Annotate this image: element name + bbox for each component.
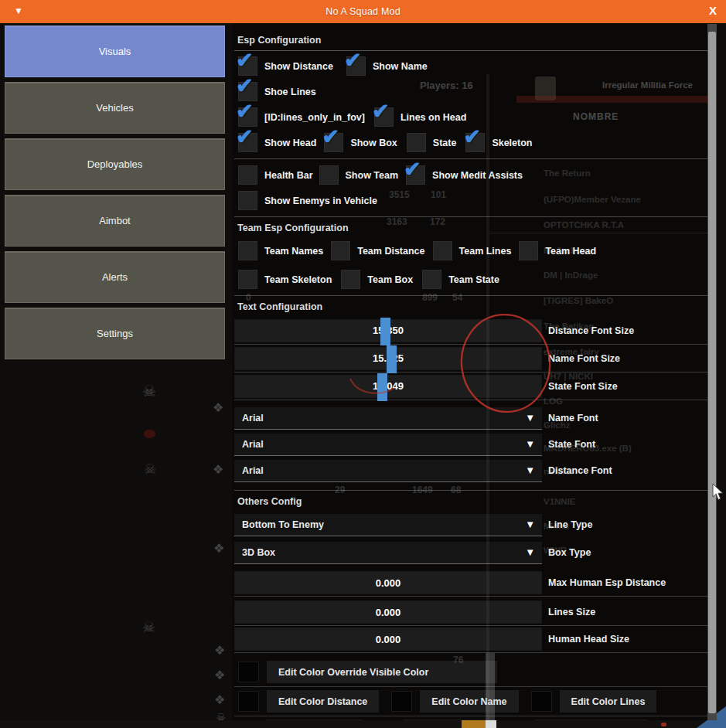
checkbox[interactable]: ✔ — [238, 133, 257, 152]
name-font-size-slider[interactable]: 15.725 — [234, 347, 542, 370]
dropdown-row: Bottom To Enemy ▼ Line Type — [234, 512, 708, 538]
chevron-down-icon[interactable]: ▼ — [525, 519, 535, 529]
color-swatch[interactable] — [391, 691, 412, 712]
slider-handle[interactable] — [377, 373, 387, 401]
checkbox[interactable] — [319, 165, 339, 185]
checkbox-label: Show Team — [346, 170, 399, 181]
checkbox[interactable] — [407, 133, 426, 152]
checkbox-label: State — [433, 138, 457, 148]
checkbox[interactable] — [238, 270, 257, 289]
distance-font-size-slider[interactable]: 15.350 — [234, 319, 542, 342]
box-type-dropdown[interactable]: 3D Box ▼ — [234, 542, 542, 564]
checkbox[interactable]: ✔ — [465, 133, 485, 152]
state-font-size-slider[interactable]: 15.049 — [234, 375, 542, 398]
checkbox[interactable] — [238, 241, 257, 260]
checkbox-item[interactable]: ✔ Show Medit Assists — [406, 165, 523, 185]
sidebar-item-visuals[interactable]: Visuals — [5, 26, 225, 77]
scrollbar-thumb[interactable] — [708, 32, 716, 713]
checkbox-item[interactable]: Team Names — [238, 241, 323, 260]
checkbox-item[interactable]: ✔ Shoe Lines — [238, 82, 316, 101]
chevron-down-icon[interactable]: ▼ — [525, 465, 535, 475]
chevron-down-icon[interactable]: ▼ — [525, 439, 535, 449]
dropdown-value: Arial — [234, 465, 264, 476]
checkbox-item[interactable]: ✔ Lines on Head — [374, 107, 466, 127]
checkbox-item[interactable]: ✔ Skeleton — [465, 133, 532, 152]
color-swatch[interactable] — [238, 662, 259, 682]
bg-players-count: Players: 16 — [420, 80, 473, 91]
sidebar-item-deployables[interactable]: Deployables — [5, 138, 225, 190]
slider-handle[interactable] — [380, 318, 390, 345]
checkbox-item[interactable]: Show Team — [319, 165, 399, 185]
checkbox[interactable] — [341, 270, 360, 289]
checkbox-item[interactable]: ✔ Show Head — [238, 133, 316, 152]
bg-player-name: M. Jackson — [544, 246, 591, 255]
human-head-size-field[interactable]: 0.000 — [234, 628, 542, 651]
checkbox[interactable]: ✔ — [238, 82, 257, 101]
diamond-icon: ❖ — [213, 541, 224, 556]
chevron-down-icon[interactable]: ▼ — [525, 413, 535, 423]
color-swatch[interactable] — [238, 691, 259, 712]
bg-team-title: Irregular Militia Force — [602, 80, 693, 90]
checkbox-item[interactable]: Team Lines — [433, 241, 512, 260]
team-row: Team Names Team Distance Team Lines Team… — [234, 238, 708, 264]
sidebar-item-aimbot[interactable]: Aimbot — [5, 195, 225, 247]
field-value: 0.000 — [235, 572, 541, 594]
checkbox[interactable]: ✔ — [346, 56, 366, 76]
checkbox[interactable]: ✔ — [374, 107, 394, 127]
checkbox-label: Team Names — [264, 246, 323, 257]
diamond-icon: ❖ — [213, 462, 223, 477]
checkbox[interactable]: ✔ — [324, 133, 343, 152]
edit-color-distance-button[interactable]: Edit Color Distance — [267, 690, 379, 713]
line-type-dropdown[interactable]: Bottom To Enemy ▼ — [234, 514, 542, 536]
checkbox[interactable]: ✔ — [238, 107, 257, 127]
state-font-dropdown[interactable]: Arial ▼ — [234, 434, 542, 456]
scrollbar-track[interactable] — [707, 24, 717, 720]
checkbox[interactable] — [433, 241, 452, 260]
sidebar-item-alerts[interactable]: Alerts — [5, 251, 225, 303]
distance-font-dropdown[interactable]: Arial ▼ — [234, 460, 542, 482]
skull-icon: ☠ — [142, 382, 156, 400]
chevron-down-icon[interactable]: ▼ — [525, 547, 535, 557]
checkbox-item[interactable]: ✔ Show Distance — [238, 56, 333, 76]
window-titlebar[interactable]: ▼ No A Squad Mod X — [0, 0, 726, 23]
checkbox[interactable] — [331, 241, 350, 260]
checkbox-item[interactable]: ✔ Show Name — [346, 56, 428, 76]
checkbox-item[interactable]: Team Distance — [331, 241, 424, 260]
field-value: 0.000 — [235, 628, 541, 650]
checkbox-item[interactable]: Show Enemys in Vehicle — [238, 191, 377, 210]
slider-handle[interactable] — [387, 345, 397, 373]
checkbox-item[interactable]: ✔ [ID:lines_only_in_fov] — [238, 107, 365, 127]
color-swatch[interactable] — [531, 691, 552, 712]
edit-color-name-button[interactable]: Edit Color Name — [420, 690, 518, 713]
divider — [234, 490, 708, 491]
sidebar-item-settings[interactable]: Settings — [5, 308, 225, 359]
sidebar-item-vehicles[interactable]: Vehicles — [5, 82, 225, 134]
menu-triangle-icon[interactable]: ▼ — [14, 6, 23, 15]
skull-icon: ☠ — [142, 618, 155, 636]
checkbox-label: Show Head — [264, 138, 316, 148]
name-font-dropdown[interactable]: Arial ▼ — [234, 407, 542, 430]
lines-size-field[interactable]: 0.000 — [234, 600, 542, 624]
checkbox-item[interactable]: Team Box — [341, 270, 413, 289]
checkbox[interactable] — [422, 270, 441, 289]
max-human-esp-distance-field[interactable]: 0.000 — [234, 571, 542, 594]
checkbox[interactable]: ✔ — [406, 165, 425, 185]
bg-player-name: The Return — [544, 168, 591, 178]
checkbox-item[interactable]: ✔ Show Box — [324, 133, 397, 152]
team-row: Team Skeleton Team Box Team State — [234, 267, 708, 292]
check-icon: ✔ — [236, 101, 254, 122]
edit-color-lines-button[interactable]: Edit Color Lines — [560, 690, 657, 713]
checkbox[interactable] — [519, 241, 538, 260]
checkbox-item[interactable]: State — [407, 133, 457, 152]
dropdown-row: Arial ▼ Distance Font — [234, 458, 708, 484]
bg-player-name: V1NNIE — [544, 497, 576, 506]
bg-yellow-fragment — [462, 720, 486, 728]
checkbox-item[interactable]: Health Bar — [238, 165, 313, 185]
bg-player-name: Misha — [544, 522, 569, 531]
checkbox-item[interactable]: Team Skeleton — [238, 270, 332, 289]
checkbox[interactable]: ✔ — [238, 56, 257, 76]
checkbox[interactable] — [238, 191, 257, 210]
bg-table-seam — [486, 74, 489, 720]
checkbox[interactable] — [238, 165, 257, 185]
close-button[interactable]: X — [709, 4, 717, 17]
